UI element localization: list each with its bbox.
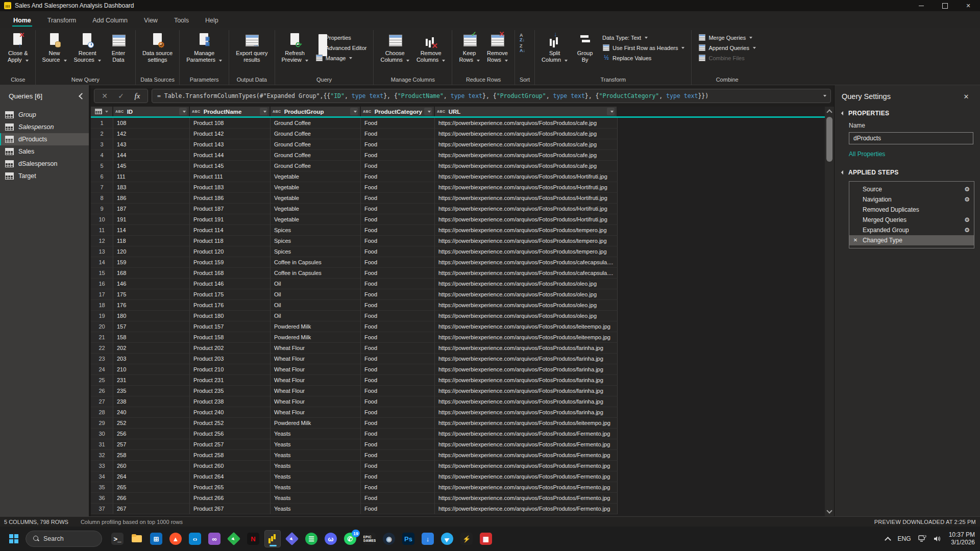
row-number[interactable]: 13 — [91, 246, 113, 257]
cell-productgroup[interactable]: Yeasts — [271, 471, 361, 482]
row-number[interactable]: 19 — [91, 311, 113, 321]
cell-productgroup[interactable]: Wheat Flour — [271, 375, 361, 386]
row-number[interactable]: 5 — [91, 161, 113, 171]
cell-productgroup[interactable]: Wheat Flour — [271, 396, 361, 407]
cell-id[interactable]: 159 — [113, 257, 190, 268]
row-number[interactable]: 16 — [91, 279, 113, 289]
cell-productgroup[interactable]: Oil — [271, 300, 361, 311]
cell-id[interactable]: 240 — [113, 407, 190, 418]
cell-id[interactable]: 267 — [113, 504, 190, 514]
cell-productcategory[interactable]: Food — [361, 439, 435, 450]
cell-productgroup[interactable]: Powdered Milk — [271, 332, 361, 343]
step-settings-gear-icon[interactable]: ⚙ — [964, 227, 970, 234]
formula-input[interactable]: = Table.TransformColumnTypes(#"Expanded … — [152, 89, 831, 103]
applied-step-removed-duplicates[interactable]: Removed Duplicates — [849, 205, 974, 215]
cell-url[interactable]: https://powerbiexperience.com/arquivos/F… — [435, 279, 618, 289]
taskbar-app-photoshop[interactable]: Ps — [400, 530, 416, 547]
cell-productcategory[interactable]: Food — [361, 311, 435, 321]
cell-productname[interactable]: Product 257 — [190, 439, 271, 450]
row-number[interactable]: 31 — [91, 439, 113, 450]
cell-id[interactable]: 264 — [113, 471, 190, 482]
cell-productcategory[interactable]: Food — [361, 225, 435, 236]
cell-productcategory[interactable]: Food — [361, 204, 435, 214]
query-name-input[interactable] — [849, 132, 973, 144]
recent-sources-button[interactable]: Recent Sources — [71, 31, 104, 64]
cell-id[interactable]: 183 — [113, 182, 190, 193]
cell-id[interactable]: 118 — [113, 236, 190, 246]
taskbar-app-purple-diamond-app[interactable]: ▸ — [284, 530, 300, 547]
cell-id[interactable]: 175 — [113, 289, 190, 300]
filter-dropdown-button[interactable] — [607, 108, 615, 115]
cell-id[interactable]: 157 — [113, 321, 190, 332]
cell-productcategory[interactable]: Food — [361, 182, 435, 193]
cell-productname[interactable]: Product 235 — [190, 386, 271, 396]
cell-productgroup[interactable]: Yeasts — [271, 429, 361, 439]
taskbar-search[interactable]: Search — [26, 531, 102, 547]
tab-view[interactable]: View — [137, 14, 165, 28]
row-number[interactable]: 34 — [91, 471, 113, 482]
cell-id[interactable]: 146 — [113, 279, 190, 289]
group-by-button[interactable]: Group By — [572, 31, 598, 64]
cell-productname[interactable]: Product 146 — [190, 279, 271, 289]
applied-steps-section-header[interactable]: APPLIED STEPS — [842, 169, 971, 176]
delete-step-icon[interactable]: ✕ — [852, 237, 859, 243]
cell-productgroup[interactable]: Yeasts — [271, 504, 361, 514]
step-settings-gear-icon[interactable]: ⚙ — [964, 216, 970, 223]
choose-columns-button[interactable]: Choose Columns — [377, 31, 412, 64]
maximize-button[interactable] — [933, 0, 957, 11]
select-all-corner-cell[interactable] — [91, 107, 113, 116]
cell-productname[interactable]: Product 191 — [190, 214, 271, 225]
cell-productcategory[interactable]: Food — [361, 246, 435, 257]
scroll-down-arrow-icon[interactable] — [825, 508, 834, 516]
cell-id[interactable]: 145 — [113, 161, 190, 171]
cell-productgroup[interactable]: Ground Coffee — [271, 118, 361, 129]
cell-productcategory[interactable]: Food — [361, 396, 435, 407]
taskbar-app-vscode[interactable]: ‹› — [187, 530, 203, 547]
column-header-productname[interactable]: ABCProductName — [190, 107, 271, 116]
cell-productgroup[interactable]: Ground Coffee — [271, 139, 361, 150]
expand-formula-bar-chevron-icon[interactable] — [823, 95, 826, 97]
cell-productgroup[interactable]: Wheat Flour — [271, 364, 361, 375]
filter-dropdown-button[interactable] — [179, 108, 187, 115]
cell-productgroup[interactable]: Wheat Flour — [271, 386, 361, 396]
row-number[interactable]: 1 — [91, 118, 113, 129]
taskbar-app-netflix[interactable]: N — [245, 530, 261, 547]
cell-url[interactable]: https://powerbiexperience.com/arquivos/F… — [435, 225, 618, 236]
cell-productcategory[interactable]: Food — [361, 461, 435, 471]
row-number[interactable]: 11 — [91, 225, 113, 236]
cell-id[interactable]: 144 — [113, 150, 190, 161]
remove-columns-button[interactable]: ✕Remove Columns — [413, 31, 448, 64]
cell-url[interactable]: https://powerbiexperience.com/arquivos/F… — [435, 386, 618, 396]
cell-productcategory[interactable]: Food — [361, 375, 435, 386]
cell-url[interactable]: https://powerbiexperience.com/arquivos/F… — [435, 407, 618, 418]
cell-productcategory[interactable]: Food — [361, 504, 435, 514]
cell-id[interactable]: 168 — [113, 268, 190, 279]
cell-productcategory[interactable]: Food — [361, 139, 435, 150]
cell-productname[interactable]: Product 256 — [190, 429, 271, 439]
cell-url[interactable]: https://powerbiexperience.com/arquivos/F… — [435, 182, 618, 193]
close-window-button[interactable] — [957, 0, 980, 11]
cell-productname[interactable]: Product 157 — [190, 321, 271, 332]
merge-queries-button[interactable]: Merge Queries — [695, 33, 759, 42]
cell-productcategory[interactable]: Food — [361, 386, 435, 396]
cell-url[interactable]: https://powerbiexperience.com/arquivos/F… — [435, 289, 618, 300]
cell-id[interactable]: 257 — [113, 439, 190, 450]
cell-id[interactable]: 202 — [113, 343, 190, 354]
cell-productcategory[interactable]: Food — [361, 289, 435, 300]
remove-rows-button[interactable]: ✕Remove Rows — [484, 31, 511, 64]
cell-id[interactable]: 252 — [113, 418, 190, 429]
cell-productcategory[interactable]: Food — [361, 407, 435, 418]
cell-productname[interactable]: Product 210 — [190, 364, 271, 375]
taskbar-app-red-grid-app[interactable]: ▦ — [478, 530, 494, 547]
cell-productgroup[interactable]: Spices — [271, 246, 361, 257]
cell-productgroup[interactable]: Vegetable — [271, 204, 361, 214]
cell-productgroup[interactable]: Oil — [271, 289, 361, 300]
cell-url[interactable]: https://powerbiexperience.com/arquivos/F… — [435, 450, 618, 461]
cell-productgroup[interactable]: Wheat Flour — [271, 407, 361, 418]
cell-productname[interactable]: Product 202 — [190, 343, 271, 354]
cell-url[interactable]: https://powerbiexperience.com/arquivos/F… — [435, 332, 618, 343]
export-query-results-button[interactable]: →Export query results — [233, 31, 271, 64]
taskbar-app-spotify[interactable]: ☰ — [303, 530, 320, 547]
cell-productgroup[interactable]: Oil — [271, 311, 361, 321]
all-properties-link[interactable]: All Properties — [849, 151, 971, 158]
